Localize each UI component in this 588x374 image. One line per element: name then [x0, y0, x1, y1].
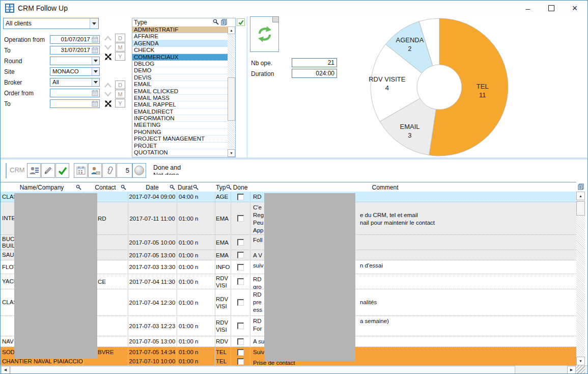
chevron-down-icon[interactable]	[103, 43, 113, 51]
date-input[interactable]	[50, 99, 100, 108]
nb-ope-value[interactable]: 21	[292, 58, 337, 67]
done-checkbox[interactable]	[237, 252, 244, 258]
type-list-item[interactable]: EMAILDIRECT	[132, 109, 228, 115]
done-checkbox[interactable]	[237, 278, 244, 285]
type-list-item[interactable]: EMAIL RAPPEL	[132, 101, 228, 108]
type-list-item[interactable]: INFORMATION	[132, 115, 228, 122]
type-list-item[interactable]: QUOTATION	[132, 149, 228, 156]
chevron-up-icon[interactable]	[103, 81, 113, 89]
dropdown-arrow-icon[interactable]	[92, 57, 99, 65]
schedule-button[interactable]	[74, 163, 88, 178]
refresh-button[interactable]	[250, 16, 279, 52]
attachment-button[interactable]	[102, 163, 116, 178]
expand-icon[interactable]	[103, 52, 113, 61]
dropdown[interactable]: All	[50, 78, 100, 87]
close-button[interactable]: ×	[563, 1, 586, 16]
scroll-up-icon[interactable]: ▲	[228, 26, 235, 34]
count-field[interactable]: 5	[117, 163, 132, 178]
scrollbar-thumb[interactable]	[576, 201, 585, 216]
done-checkbox[interactable]	[237, 264, 244, 271]
toggle-box[interactable]	[272, 16, 279, 22]
type-list-item[interactable]: DEMO	[132, 67, 228, 74]
search-icon[interactable]	[76, 184, 81, 192]
scroll-down-icon[interactable]: ▼	[228, 149, 235, 157]
column-header[interactable]: Name/Company	[1, 183, 83, 192]
column-header[interactable]: Durat	[177, 183, 215, 192]
resize-grip[interactable]	[576, 365, 585, 374]
vertical-scrollbar[interactable]: ▲ ▼	[576, 192, 585, 365]
copy-icon[interactable]	[221, 19, 227, 27]
contact-card-button[interactable]	[27, 163, 41, 178]
edit-button[interactable]	[41, 163, 55, 178]
scroll-down-icon[interactable]: ▼	[576, 357, 585, 365]
calendar-icon[interactable]	[92, 90, 99, 96]
scrollbar-thumb[interactable]	[228, 77, 235, 121]
done-checkbox[interactable]	[237, 349, 244, 356]
column-header[interactable]: Contact	[83, 183, 128, 192]
client-filter-dropdown[interactable]: All clients	[3, 18, 99, 29]
dropdown-arrow-icon[interactable]	[92, 78, 99, 86]
done-checkbox[interactable]	[237, 299, 244, 306]
done-checkbox[interactable]	[237, 338, 244, 345]
type-list-item[interactable]: AFFAIRE	[132, 33, 228, 40]
period-button-y[interactable]: Y	[115, 52, 125, 61]
done-checkbox[interactable]	[237, 215, 244, 222]
chevron-up-icon[interactable]	[103, 34, 113, 42]
period-button-m[interactable]: M	[115, 43, 125, 51]
type-list-item[interactable]: PHONING	[132, 129, 228, 136]
type-list-item[interactable]: DEVIS	[132, 74, 228, 81]
person-mail-button[interactable]	[88, 163, 102, 178]
scroll-left-icon[interactable]: ◀	[1, 366, 10, 374]
dropdown[interactable]	[50, 57, 100, 65]
apply-check-icon[interactable]	[237, 18, 245, 26]
scrollbar-thumb[interactable]	[10, 366, 515, 374]
dropdown-arrow-icon[interactable]	[92, 68, 99, 75]
column-header[interactable]: Typ	[215, 183, 231, 192]
type-list-item[interactable]: COMMERCIAUX	[132, 54, 228, 61]
scroll-right-icon[interactable]: ▶	[567, 366, 576, 374]
search-icon[interactable]	[193, 184, 199, 192]
calendar-icon[interactable]	[92, 100, 99, 107]
done-checkbox[interactable]	[237, 358, 244, 365]
maximize-button[interactable]	[540, 1, 563, 16]
type-list-item[interactable]: AGENDA	[132, 40, 228, 47]
scroll-up-icon[interactable]: ▲	[576, 192, 585, 200]
period-button-d[interactable]: D	[115, 34, 125, 42]
dropdown-arrow-icon[interactable]	[90, 18, 98, 29]
type-list-item[interactable]: EMAIL	[132, 81, 228, 88]
search-icon[interactable]	[213, 19, 219, 26]
expand-icon[interactable]	[103, 99, 113, 108]
copy-icon[interactable]	[578, 183, 584, 192]
column-header[interactable]: Comment	[250, 183, 576, 192]
sphere-button[interactable]	[132, 163, 146, 178]
dropdown[interactable]: MONACO	[50, 67, 100, 76]
period-button-d[interactable]: D	[115, 81, 125, 89]
column-header[interactable]: Done	[231, 183, 250, 192]
done-checkbox[interactable]	[237, 323, 244, 329]
type-list-item[interactable]: EMAIL MASS	[132, 95, 228, 101]
type-list-scrollbar[interactable]: ▲ ▼	[228, 26, 235, 157]
period-button-y[interactable]: Y	[115, 99, 125, 108]
type-list-item[interactable]: ADMINISTRATIF	[132, 26, 228, 33]
validate-button[interactable]	[55, 163, 69, 178]
search-icon[interactable]	[170, 184, 175, 192]
date-input[interactable]	[50, 89, 100, 97]
type-list-item[interactable]: PROJET	[132, 143, 228, 149]
type-list-item[interactable]: MEETING	[132, 122, 228, 128]
chevron-down-icon[interactable]	[103, 90, 113, 98]
calendar-icon[interactable]	[92, 36, 99, 43]
period-button-m[interactable]: M	[115, 90, 125, 98]
type-list-item[interactable]: CHECK	[132, 47, 228, 54]
date-input[interactable]: 01/07/2017	[50, 35, 100, 44]
duration-value[interactable]: 024:00	[292, 69, 337, 78]
type-list-item[interactable]: DBLOG	[132, 61, 228, 67]
done-checkbox[interactable]	[237, 239, 244, 246]
date-input[interactable]: 31/07/2017	[50, 46, 100, 55]
search-icon[interactable]	[121, 184, 126, 192]
type-list-item[interactable]: PROJECT MANAGEMENT	[132, 136, 228, 142]
horizontal-scrollbar[interactable]: ◀ ▶	[1, 365, 587, 374]
calendar-icon[interactable]	[92, 47, 99, 54]
type-list-item[interactable]: EMAIL CLICKED	[132, 88, 228, 95]
column-header[interactable]: Date	[128, 183, 177, 192]
done-checkbox[interactable]	[237, 194, 244, 200]
